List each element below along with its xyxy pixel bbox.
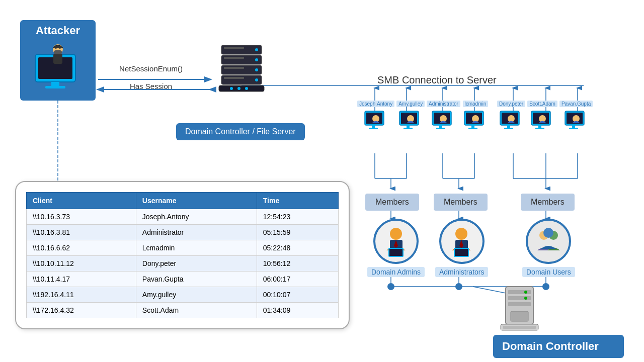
svg-point-97: [390, 228, 402, 240]
svg-point-51: [255, 58, 258, 61]
sessions-table-container: Client Username Time \\10.16.3.73Joseph.…: [15, 181, 350, 329]
dc-server-icon: [496, 284, 551, 334]
svg-rect-101: [389, 249, 403, 256]
members-box-2: Members: [434, 189, 488, 211]
table-cell-4-0: \\10.11.4.17: [27, 272, 136, 287]
table-row: \\10.11.4.17Pavan.Gupta06:00:17: [27, 272, 339, 287]
svg-rect-94: [572, 125, 575, 128]
workstation-group-2: Administrator lcmadmin: [427, 101, 489, 134]
svg-point-34: [387, 283, 394, 290]
administrators-circle: [439, 219, 485, 264]
svg-rect-95: [569, 128, 578, 129]
table-row: \\192.16.4.11Amy.gulley00:10:07: [27, 287, 339, 303]
ws-amy-label: Amy.gulley: [396, 101, 425, 107]
svg-point-59: [230, 87, 233, 90]
table-cell-4-1: Pavan.Gupta: [136, 272, 257, 287]
ws-joseph: Joseph.Antony: [357, 101, 394, 134]
svg-rect-40: [45, 86, 65, 88]
hassession-label: Has Session: [101, 82, 201, 90]
svg-rect-80: [468, 128, 477, 129]
attacker-label: Attacker: [36, 24, 80, 37]
ws-lcmadmin: lcmadmin: [462, 101, 489, 134]
table-cell-4-2: 06:00:17: [257, 272, 338, 287]
table-row: \\10.16.3.73Joseph.Antony12:54:23: [27, 209, 339, 225]
col-client: Client: [27, 193, 136, 209]
members-label-3: Members: [521, 194, 575, 211]
sessions-table: Client Username Time \\10.16.3.73Joseph.…: [26, 192, 339, 318]
col-username: Username: [136, 193, 257, 209]
domain-users-circle: [526, 219, 571, 264]
svg-rect-57: [224, 77, 244, 79]
members-box-3: Members: [521, 189, 575, 211]
ws-admin-label: Administrator: [427, 101, 460, 107]
svg-point-53: [255, 78, 258, 81]
svg-rect-85: [504, 128, 513, 129]
svg-rect-118: [503, 326, 536, 329]
svg-point-35: [455, 283, 462, 290]
domain-admins-circle: [373, 219, 419, 264]
dc-bottom-box: Domain Controller: [493, 335, 624, 358]
ws-lcmadmin-label: lcmadmin: [463, 101, 489, 107]
table-cell-2-0: \\10.16.6.62: [27, 240, 136, 256]
svg-rect-116: [511, 311, 528, 321]
svg-rect-55: [224, 57, 244, 59]
attacker-box: Attacker: [20, 20, 96, 101]
svg-rect-42: [53, 54, 62, 64]
ws-amy: Amy.gulley: [396, 101, 425, 134]
svg-rect-65: [369, 128, 378, 129]
svg-point-109: [543, 228, 553, 238]
dc-file-server-label: Domain Controller / File Server: [176, 123, 305, 140]
domain-admins-label: Domain Admins: [367, 267, 425, 277]
attacker-icon: [30, 39, 86, 95]
svg-rect-54: [224, 47, 244, 49]
svg-rect-58: [219, 85, 264, 92]
ws-dony: Dony.peter: [497, 101, 525, 134]
svg-rect-69: [407, 125, 410, 128]
administrators-group: Administrators: [435, 219, 488, 277]
svg-point-114: [524, 291, 527, 294]
svg-rect-43: [54, 50, 62, 54]
svg-rect-64: [372, 125, 375, 128]
svg-point-115: [524, 297, 527, 300]
ws-pavan-label: Pavan.Gupta: [559, 101, 593, 107]
ws-scott-label: Scott.Adam: [527, 101, 557, 107]
table-cell-0-1: Joseph.Antony: [136, 209, 257, 225]
svg-point-60: [237, 87, 240, 90]
table-cell-5-2: 00:10:07: [257, 287, 338, 303]
workstation-group-1: Joseph.Antony Amy.gulley: [357, 101, 425, 134]
table-cell-5-0: \\192.16.4.11: [27, 287, 136, 303]
administrators-label: Administrators: [435, 267, 488, 277]
members-label-1: Members: [365, 194, 419, 211]
table-cell-3-1: Dony.peter: [136, 256, 257, 272]
domain-users-group: Domain Users: [522, 219, 575, 277]
members-label-2: Members: [434, 194, 488, 211]
ws-pavan: Pavan.Gupta: [559, 101, 593, 134]
svg-point-61: [245, 87, 248, 90]
table-row: \\10.10.11.12Dony.peter10:56:12: [27, 256, 339, 272]
svg-rect-79: [471, 125, 474, 128]
col-time: Time: [257, 193, 338, 209]
table-cell-3-2: 10:56:12: [257, 256, 338, 272]
svg-rect-90: [535, 128, 544, 129]
members-box-1: Members: [365, 189, 419, 211]
svg-point-45: [59, 47, 61, 49]
domain-users-label: Domain Users: [522, 267, 575, 277]
svg-rect-113: [508, 302, 531, 306]
table-cell-5-1: Amy.gulley: [136, 287, 257, 303]
svg-rect-84: [507, 125, 510, 128]
svg-point-50: [255, 48, 258, 51]
netsession-text: NetSessionEnum() Has Session: [101, 64, 201, 90]
table-row: \\172.16.4.32Scott.Adam01:34:09: [27, 303, 339, 318]
table-cell-6-2: 01:34:09: [257, 303, 338, 318]
svg-point-102: [455, 228, 467, 240]
netsession-label: NetSessionEnum(): [101, 64, 201, 73]
smb-label: SMB Connection to Server: [377, 74, 497, 86]
table-row: \\10.16.6.62Lcmadmin05:22:48: [27, 240, 339, 256]
table-cell-0-0: \\10.16.3.73: [27, 209, 136, 225]
svg-rect-39: [51, 82, 59, 86]
table-row: \\10.16.3.81Administrator05:15:59: [27, 225, 339, 240]
table-cell-2-1: Lcmadmin: [136, 240, 257, 256]
table-cell-6-0: \\172.16.4.32: [27, 303, 136, 318]
ws-scott: Scott.Adam: [527, 101, 557, 134]
svg-rect-74: [439, 125, 442, 128]
